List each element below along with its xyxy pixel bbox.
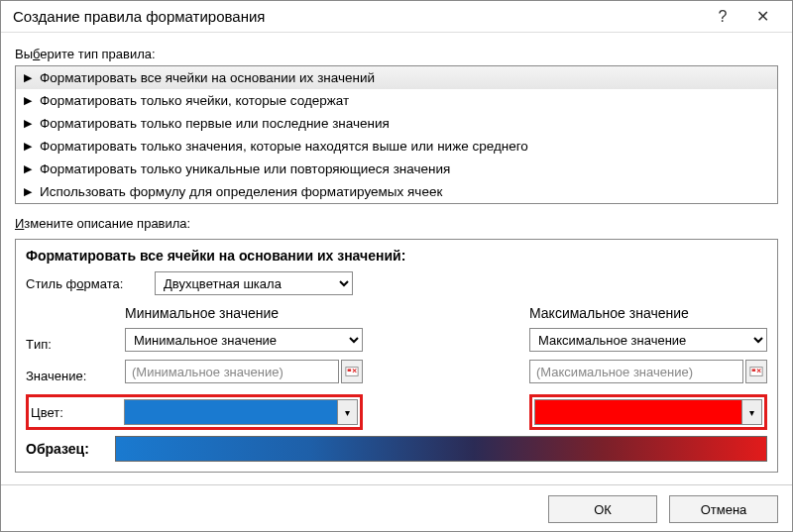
max-type-select[interactable]: Максимальное значение (529, 328, 767, 352)
rule-item[interactable]: ▶ Форматировать только значения, которые… (16, 135, 777, 158)
format-style-row: Стиль формата: Двухцветная шкала (26, 271, 767, 295)
range-picker-icon (345, 365, 359, 378)
text: вет: (41, 405, 63, 420)
select-rule-label: Выберите тип правила: (15, 47, 778, 61)
max-color-highlight: ▾ (529, 394, 767, 430)
max-color-swatch (535, 400, 741, 424)
text: З (26, 369, 34, 383)
sample-gradient (115, 436, 767, 462)
edit-desc-label: Измените описание правила: (15, 216, 778, 231)
sample-row: Образец: (26, 436, 767, 462)
arrow-icon: ▶ (24, 71, 32, 84)
max-header: Максимальное значение (529, 305, 767, 321)
min-value-input[interactable]: (Минимальное значение) (125, 360, 339, 383)
rule-item[interactable]: ▶ Форматировать все ячейки на основании … (16, 66, 777, 89)
text: Вы (15, 47, 33, 61)
rule-item-label: Форматировать только уникальные или повт… (40, 161, 450, 176)
dialog-content: Выберите тип правила: ▶ Форматировать вс… (1, 33, 792, 484)
max-value-input[interactable]: (Максимальное значение) (529, 360, 743, 383)
text: рмата: (84, 276, 124, 291)
rule-item-label: Форматировать только значения, которые н… (40, 139, 528, 154)
chevron-down-icon: ▾ (741, 400, 761, 424)
chevron-down-icon: ▾ (337, 400, 357, 424)
svg-rect-3 (752, 369, 756, 372)
text: о (76, 276, 83, 291)
text: Т (26, 337, 34, 352)
min-color-swatch (125, 400, 337, 424)
arrow-icon: ▶ (24, 162, 32, 175)
dialog-footer: ОК Отмена (1, 484, 792, 532)
min-max-grid: Тип: Значение: Минимальное значение Мини… (26, 305, 767, 394)
max-column: Максимальное значение Максимальное значе… (529, 305, 767, 394)
close-button[interactable]: ✕ (742, 7, 782, 26)
rule-item-label: Использовать формулу для определения фор… (40, 184, 442, 199)
max-value-refpicker[interactable] (745, 360, 767, 383)
type-label: Тип: (26, 331, 125, 357)
rule-type-list[interactable]: ▶ Форматировать все ячейки на основании … (15, 65, 778, 204)
rule-item[interactable]: ▶ Использовать формулу для определения ф… (16, 180, 777, 203)
desc-title: Форматировать все ячейки на основании их… (26, 248, 767, 264)
svg-rect-1 (348, 369, 352, 372)
window-title: Создание правила форматирования (13, 8, 703, 25)
min-type-select[interactable]: Минимальное значение (125, 328, 363, 352)
rule-item[interactable]: ▶ Форматировать только уникальные или по… (16, 158, 777, 180)
color-label: Цвет: (31, 405, 124, 420)
min-column: Минимальное значение Минимальное значени… (125, 305, 363, 394)
rule-item-label: Форматировать все ячейки на основании их… (40, 70, 375, 85)
text: ип: (34, 337, 52, 352)
format-style-select[interactable]: Двухцветная шкала (155, 271, 353, 295)
max-color-select[interactable]: ▾ (534, 399, 762, 425)
format-style-label: Стиль формата: (26, 276, 155, 291)
min-header: Минимальное значение (125, 305, 363, 321)
titlebar: Создание правила форматирования ? ✕ (1, 1, 792, 33)
min-value-refpicker[interactable] (341, 360, 363, 383)
rule-item-label: Форматировать только первые или последни… (40, 116, 390, 131)
text: Ц (31, 405, 41, 420)
text: ерите тип правила: (40, 47, 155, 61)
range-picker-icon (749, 365, 763, 378)
value-label: Значение: (26, 363, 125, 388)
text: И (15, 216, 24, 231)
sample-label: Образец: (26, 441, 115, 457)
arrow-icon: ▶ (24, 185, 32, 198)
ok-button[interactable]: ОК (548, 495, 657, 523)
arrow-icon: ▶ (24, 94, 32, 107)
min-color-select[interactable]: ▾ (124, 399, 358, 425)
rule-item[interactable]: ▶ Форматировать только первые или послед… (16, 112, 777, 135)
min-color-highlight: Цвет: ▾ (26, 394, 363, 430)
help-button[interactable]: ? (703, 8, 742, 26)
cancel-button[interactable]: Отмена (669, 495, 778, 523)
text: начение: (34, 369, 86, 383)
color-row: Цвет: ▾ ▾ (26, 394, 767, 430)
rule-item-label: Форматировать только ячейки, которые сод… (40, 93, 349, 108)
rule-item[interactable]: ▶ Форматировать только ячейки, которые с… (16, 89, 777, 112)
text: змените описание правила: (24, 216, 190, 231)
dialog-window: Создание правила форматирования ? ✕ Выбе… (0, 0, 793, 532)
arrow-icon: ▶ (24, 117, 32, 130)
text: Стиль ф (26, 276, 76, 291)
arrow-icon: ▶ (24, 140, 32, 153)
rule-description-box: Форматировать все ячейки на основании их… (15, 239, 778, 473)
row-labels-column: Тип: Значение: (26, 305, 125, 394)
